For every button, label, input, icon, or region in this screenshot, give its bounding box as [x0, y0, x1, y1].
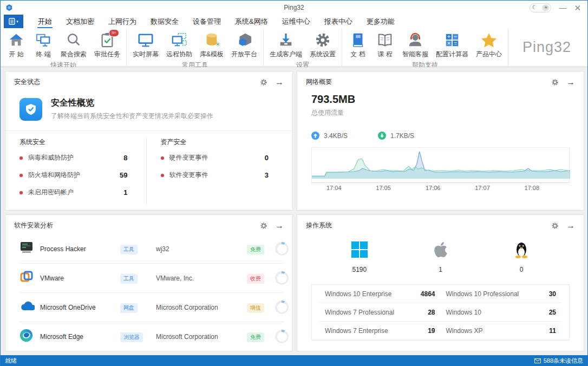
tab-ops-center[interactable]: 运维中心: [275, 15, 317, 28]
close-button[interactable]: ✕: [574, 4, 581, 12]
product-center-icon: [480, 31, 498, 49]
price-tag: 免费: [247, 245, 264, 254]
x-tick-label: 17:08: [525, 185, 540, 191]
security-item-password[interactable]: 未启用密码帐户 1: [19, 188, 146, 197]
security-open-arrow-icon[interactable]: →: [275, 78, 284, 87]
security-item-software-change[interactable]: 软件变更事件 3: [161, 171, 288, 180]
support-agent-icon: [407, 31, 423, 49]
software-open-arrow-icon[interactable]: →: [275, 221, 284, 230]
docs-icon: [350, 31, 365, 49]
ribbon-group-help-support: 文 档 课 程 智能客服 +−×= 配置计算器 产品中心: [342, 28, 508, 67]
main-menu-button[interactable]: ▾: [4, 15, 23, 28]
library-template-icon: ✳: [204, 31, 220, 49]
security-item-firewall[interactable]: 防火墙和网络防护 59: [19, 171, 146, 180]
ribbon: 开 始 终 端 聚合搜索 9+ 审批任务 快速开始: [1, 28, 587, 67]
message-icon: [534, 358, 541, 363]
app-window: Ping32 ☾ ☀ — ✕ ▾ 开始 文档加密 上网行为 数据安全 设备管理 …: [0, 0, 588, 366]
remote-assist-icon: [171, 31, 187, 49]
network-total-label: 总使用流量: [311, 108, 570, 117]
os-version-table: Windows 10 Enterprise4864 Windows 10 Pro…: [311, 284, 570, 341]
security-card-title: 安全状态: [14, 77, 40, 87]
theme-toggle[interactable]: ☾ ☀: [530, 3, 551, 12]
software-row-vmware[interactable]: VMware 工具 VMware, Inc. 收费 59: [19, 264, 284, 293]
software-row-onedrive[interactable]: Microsoft OneDrive 网盘 Microsoft Corporat…: [19, 293, 284, 322]
os-card-title: 操作系统: [306, 221, 332, 230]
security-item-hardware-change[interactable]: 硬件变更事件 0: [161, 153, 288, 162]
file-menu-icon: [9, 18, 15, 25]
minimize-button[interactable]: —: [559, 4, 566, 11]
network-total-traffic: 793.5MB: [311, 93, 570, 106]
tab-more-features[interactable]: 更多功能: [360, 15, 402, 28]
software-settings-gear-icon[interactable]: [260, 222, 267, 230]
x-tick-label: 17:07: [475, 185, 490, 191]
menu-caret-icon: ▾: [16, 19, 18, 24]
network-settings-gear-icon[interactable]: [551, 79, 559, 86]
ribbon-start-button[interactable]: 开 始: [3, 30, 30, 60]
security-settings-gear-icon[interactable]: [260, 79, 267, 86]
ribbon-live-screen-button[interactable]: 实时屏幕: [129, 30, 162, 60]
vmware-icon: [19, 270, 40, 286]
ribbon-approval-tasks-button[interactable]: 9+ 审批任务: [90, 30, 124, 60]
ribbon-product-center-button[interactable]: 产品中心: [472, 30, 506, 60]
network-open-arrow-icon[interactable]: →: [566, 78, 575, 87]
ribbon-terminal-button[interactable]: 终 端: [30, 30, 57, 60]
tab-document-encryption[interactable]: 文档加密: [59, 15, 101, 28]
security-overview-title: 安全性概览: [51, 97, 213, 109]
security-overview: 安全性概览 了解终端当前系统安全性和资产变更情况并采取必要操作: [5, 90, 292, 131]
titlebar: Ping32 ☾ ☀ — ✕: [1, 1, 587, 15]
ribbon-remote-assist-button[interactable]: 远程协助: [162, 30, 196, 60]
open-platform-icon: [236, 31, 252, 49]
tab-start[interactable]: 开始: [31, 15, 59, 28]
x-tick-label: 17:05: [376, 185, 391, 191]
dark-mode-icon[interactable]: ☾: [532, 5, 537, 10]
install-ratio-ring: [275, 242, 289, 256]
os-open-arrow-icon[interactable]: →: [566, 221, 575, 230]
tab-internet-behavior[interactable]: 上网行为: [101, 15, 143, 28]
network-overview-card: 网络概要 → 793.5MB 总使用流量 3.4KB/S 1.7KB/S: [297, 71, 584, 211]
terminal-icon: [35, 31, 51, 49]
ribbon-library-template-button[interactable]: ✳ 库&模板: [196, 30, 227, 60]
ribbon-generate-client-button[interactable]: 生成客户端: [266, 30, 306, 60]
unread-messages[interactable]: 588条未读信息: [534, 357, 583, 365]
operating-system-card: 操作系统 → 5190 1 0: [297, 214, 584, 351]
system-settings-icon: [315, 31, 331, 49]
ribbon-config-calculator-button[interactable]: +−×= 配置计算器: [432, 30, 472, 60]
network-traffic-chart: [311, 147, 570, 183]
os-settings-gear-icon[interactable]: [551, 222, 559, 230]
ribbon-group-quick-start: 开 始 终 端 聚合搜索 9+ 审批任务 快速开始: [1, 28, 127, 67]
search-icon: [66, 31, 82, 49]
ribbon-open-platform-button[interactable]: 开放平台: [227, 30, 261, 60]
tab-device-management[interactable]: 设备管理: [186, 15, 228, 28]
os-table-cell: Windows 10 Enterprise4864: [319, 285, 441, 303]
ribbon-support-agent-button[interactable]: 智能客服: [398, 30, 432, 60]
ribbon-aggregate-search-button[interactable]: 聚合搜索: [57, 30, 90, 60]
tab-system-network[interactable]: 系统&网络: [228, 15, 275, 28]
ribbon-docs-button[interactable]: 文 档: [344, 30, 371, 60]
ribbon-group-common-tools: 实时屏幕 远程协助 ✳ 库&模板 开放平台 常用工具: [127, 28, 264, 67]
software-row-process-hacker[interactable]: Process Hacker 工具 wj32 免费 62: [19, 234, 284, 264]
light-mode-icon[interactable]: ☀: [542, 4, 549, 11]
category-tag: 工具: [120, 274, 138, 284]
ribbon-system-settings-button[interactable]: 系统设置: [306, 30, 339, 60]
os-platform-windows[interactable]: 5190: [319, 241, 400, 273]
tab-report-center[interactable]: 报表中心: [317, 15, 360, 28]
os-table-cell: Windows 1025: [441, 303, 562, 322]
tab-data-security[interactable]: 数据安全: [143, 15, 186, 28]
os-platform-linux[interactable]: 0: [481, 241, 562, 273]
upload-speed-stat: 3.4KB/S: [311, 132, 348, 140]
software-row-edge[interactable]: Microsoft Edge 浏览器 Microsoft Corporation…: [19, 322, 284, 351]
window-title: Ping32: [1, 4, 587, 11]
approval-badge: 9+: [109, 29, 119, 37]
ribbon-courses-button[interactable]: 课 程: [371, 30, 398, 60]
home-icon: [8, 31, 24, 49]
software-analysis-card: 软件安装分析 → Process Hacker 工具 wj32 免费 62: [5, 214, 293, 351]
upload-arrow-icon: [311, 132, 319, 140]
network-card-title: 网络概要: [306, 77, 332, 87]
security-item-virus[interactable]: 病毒和威胁防护 8: [19, 153, 146, 162]
download-arrow-icon: [378, 132, 386, 140]
price-tag: 增值: [247, 303, 264, 313]
dashboard: 安全状态 → 安全性概览 了解终端当前系统安全性和资产变更情况并采取必要操作 系…: [1, 67, 587, 355]
os-platform-apple[interactable]: 1: [400, 241, 481, 273]
install-ratio-ring: [275, 271, 289, 285]
statusbar: 就绪 588条未读信息: [1, 355, 587, 366]
